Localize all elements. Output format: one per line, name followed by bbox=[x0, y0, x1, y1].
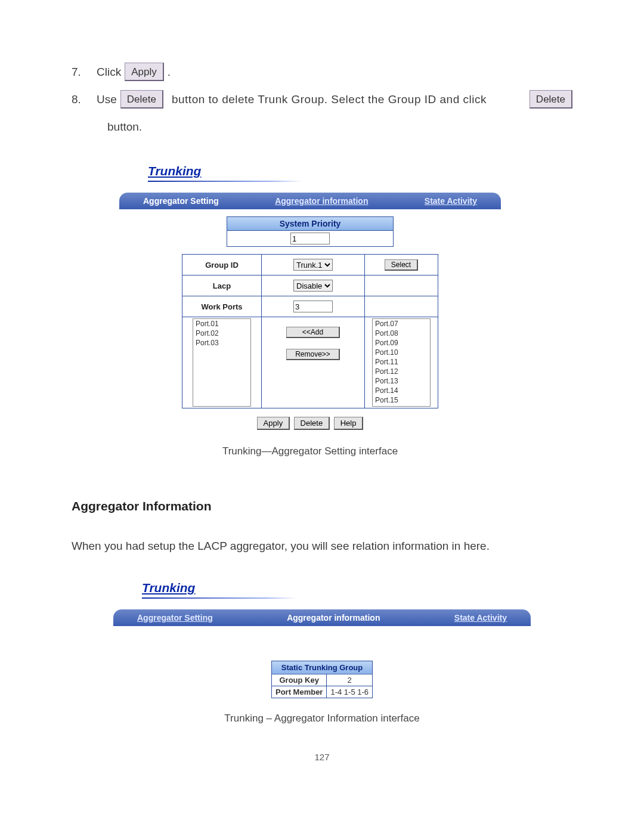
title-underline bbox=[148, 181, 303, 182]
tab-aggregator-information[interactable]: Aggregator information bbox=[287, 613, 380, 623]
panel-title: Trunking bbox=[119, 159, 501, 182]
title-underline bbox=[142, 597, 297, 599]
screenshot-aggregator-information: Trunking Aggregator Setting Aggregator i… bbox=[113, 576, 531, 724]
add-button[interactable]: <<Add bbox=[286, 327, 340, 338]
port-member-value: 1-4 1-5 1-6 bbox=[327, 686, 373, 698]
list-item[interactable]: Port.14 bbox=[373, 386, 430, 395]
apply-button[interactable]: Apply bbox=[257, 417, 290, 430]
tab-state-activity[interactable]: State Activity bbox=[454, 613, 507, 623]
system-priority-input[interactable] bbox=[290, 233, 330, 244]
available-ports-list[interactable]: Port.07 Port.08 Port.09 Port.10 Port.11 … bbox=[372, 318, 431, 407]
group-key-value: 2 bbox=[327, 674, 373, 686]
apply-button-inline[interactable]: Apply bbox=[125, 63, 164, 81]
system-priority-header: System Priority bbox=[227, 216, 394, 231]
list-item[interactable]: Port.13 bbox=[373, 376, 430, 386]
work-ports-input[interactable] bbox=[293, 301, 333, 312]
work-ports-label: Work Ports bbox=[182, 296, 262, 317]
panel-title: Trunking bbox=[113, 576, 531, 599]
list-item[interactable]: Port.03 bbox=[193, 338, 250, 348]
list-item[interactable]: Port.02 bbox=[193, 329, 250, 338]
list-item[interactable]: Port.10 bbox=[373, 348, 430, 357]
group-id-select[interactable]: Trunk.1 bbox=[293, 259, 333, 271]
tab-bar: Aggregator Setting Aggregator informatio… bbox=[113, 609, 531, 626]
table-header: Static Trunking Group bbox=[271, 661, 372, 674]
panel-title-text: Trunking bbox=[148, 164, 201, 178]
page-number: 127 bbox=[72, 752, 572, 762]
lacp-select[interactable]: Disable bbox=[293, 280, 333, 292]
step-text: Use bbox=[97, 87, 117, 112]
step-number: 7. bbox=[72, 60, 93, 85]
remove-button[interactable]: Remove>> bbox=[286, 349, 340, 360]
group-key-label: Group Key bbox=[271, 674, 326, 686]
list-item[interactable]: Port.11 bbox=[373, 357, 430, 367]
list-item[interactable]: Port.09 bbox=[373, 338, 430, 348]
list-item[interactable]: Port.08 bbox=[373, 329, 430, 338]
list-item[interactable]: Port.12 bbox=[373, 367, 430, 376]
system-priority-box: System Priority bbox=[227, 216, 394, 247]
delete-button-inline-2[interactable]: Delete bbox=[530, 90, 572, 109]
paragraph: When you had setup the LACP aggregator, … bbox=[72, 537, 572, 555]
step-text-mid: button to delete Trunk Group. Select the… bbox=[167, 87, 526, 112]
list-item[interactable]: Port.15 bbox=[373, 395, 430, 405]
figure-caption-2: Trunking – Aggregator Information interf… bbox=[113, 713, 531, 724]
select-button[interactable]: Select bbox=[385, 259, 418, 271]
lacp-label: Lacp bbox=[182, 275, 262, 296]
step-text: Click bbox=[97, 60, 121, 85]
step-text-end: . bbox=[168, 60, 171, 85]
help-button[interactable]: Help bbox=[334, 417, 364, 430]
step-number: 8. bbox=[72, 87, 93, 112]
selected-ports-list[interactable]: Port.01 Port.02 Port.03 bbox=[193, 318, 251, 407]
step-8-cont: button. bbox=[107, 114, 572, 140]
panel-title-text: Trunking bbox=[142, 581, 195, 594]
settings-grid: Group ID Trunk.1 Select Lacp bbox=[182, 254, 438, 408]
delete-button[interactable]: Delete bbox=[294, 417, 330, 430]
list-item[interactable]: Port.01 bbox=[193, 319, 250, 329]
action-button-row: Apply Delete Help bbox=[155, 417, 465, 430]
delete-button-inline-1[interactable]: Delete bbox=[120, 90, 163, 109]
static-trunking-table: Static Trunking Group Group Key 2 Port M… bbox=[271, 661, 373, 698]
list-item[interactable]: Port.07 bbox=[373, 319, 430, 329]
tab-aggregator-setting[interactable]: Aggregator Setting bbox=[143, 196, 219, 206]
tab-state-activity[interactable]: State Activity bbox=[425, 196, 477, 206]
figure-caption-1: Trunking—Aggregator Setting interface bbox=[119, 445, 501, 457]
port-member-label: Port Member bbox=[271, 686, 326, 698]
tab-aggregator-information[interactable]: Aggregator information bbox=[275, 196, 368, 206]
tab-bar: Aggregator Setting Aggregator informatio… bbox=[119, 193, 501, 209]
group-id-label: Group ID bbox=[182, 255, 262, 275]
step-7: 7. Click Apply . bbox=[72, 60, 572, 85]
screenshot-aggregator-setting: Trunking Aggregator Setting Aggregator i… bbox=[119, 159, 501, 457]
tab-aggregator-setting[interactable]: Aggregator Setting bbox=[137, 613, 213, 623]
section-heading-aggregator-information: Aggregator Information bbox=[72, 499, 572, 513]
step-8: 8. Use Delete button to delete Trunk Gro… bbox=[72, 87, 572, 112]
